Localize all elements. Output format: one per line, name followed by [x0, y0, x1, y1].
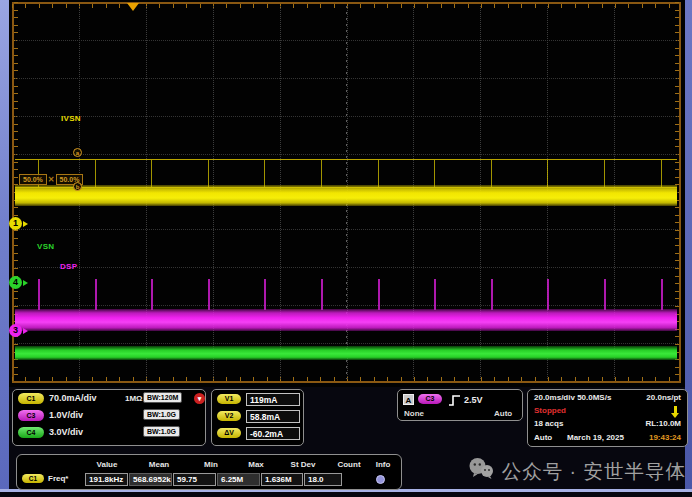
trace-label-vsn: VSN	[37, 242, 54, 251]
run-mode: Auto	[534, 433, 552, 442]
c1-spike	[264, 160, 265, 187]
meas-stdev: 1.636M	[261, 473, 303, 486]
c1-spike	[321, 160, 322, 187]
channel-4-marker-label: 4	[9, 276, 22, 289]
c1-spike	[378, 160, 379, 187]
c1-spike	[661, 160, 662, 187]
meas-count: 18.0	[304, 473, 342, 486]
cursor-v1-value: 119mA	[246, 393, 300, 406]
c1-scale: 70.0mA/div	[49, 393, 97, 403]
meas-max: 6.25M	[217, 473, 260, 486]
watermark-text: 公众号 · 安世半导体	[502, 458, 686, 485]
c4-bandwidth-button[interactable]: BW:1.0G	[143, 426, 180, 437]
col-header-count: Count	[337, 460, 360, 469]
channel-settings-box[interactable]: C1 70.0mA/div 1MΩ BW:120M ▾ C3 1.0V/div …	[12, 389, 206, 446]
single-seq-icon	[671, 406, 679, 418]
trigger-box[interactable]: A C3 2.5V None Auto	[397, 389, 523, 421]
c3-spike	[491, 279, 493, 310]
trigger-position-icon[interactable]	[127, 3, 139, 11]
meas-row-name[interactable]: Freq*	[48, 474, 68, 483]
channel-c3-badge[interactable]: C3	[18, 410, 44, 421]
cursor-v2-badge: V2	[217, 411, 241, 421]
rising-edge-icon	[448, 393, 461, 411]
c3-spike	[661, 279, 663, 310]
acquisition-count: 18 acqs	[534, 419, 563, 428]
c1-spike	[604, 160, 605, 187]
channel-3-marker-arrow-icon	[23, 328, 28, 334]
cursor-dv-badge: ΔV	[217, 428, 241, 438]
graticule-frame-bottom	[12, 381, 681, 383]
bezel-left-bar	[0, 0, 9, 491]
meas-value: 191.8kHz	[85, 473, 128, 486]
c3-spike	[547, 279, 549, 310]
clock: 19:43:24	[649, 433, 681, 442]
c1-spike	[95, 160, 96, 187]
c3-spike	[434, 279, 436, 310]
c1-spike	[208, 160, 209, 187]
c3-spike	[151, 279, 153, 310]
col-header-stdev: St Dev	[291, 460, 316, 469]
channel-4-marker-arrow-icon	[23, 280, 28, 286]
channel-4-marker[interactable]: 4	[9, 276, 28, 289]
cursor-dv-value: -60.2mA	[246, 427, 300, 440]
c1-spike	[491, 160, 492, 187]
cursor-crossover-icon: ✕	[48, 175, 55, 184]
trigger-system-badge: A	[403, 394, 414, 405]
c4-scale: 3.0V/div	[49, 427, 83, 437]
c3-spike	[378, 279, 380, 310]
meas-min: 59.75	[173, 473, 216, 486]
measurement-table[interactable]: Value Mean Min Max St Dev Count Info C1 …	[16, 454, 402, 490]
c1-spike	[547, 160, 548, 187]
sample-resolution: 20.0ns/pt	[646, 393, 681, 402]
cursor-a-line[interactable]	[15, 159, 677, 160]
horizontal-scale: 20.0ms/div 50.0MS/s	[534, 393, 611, 402]
wechat-icon	[468, 457, 495, 485]
acquisition-status: Stopped	[534, 406, 566, 415]
col-header-mean: Mean	[149, 460, 169, 469]
trigger-holdoff: None	[404, 409, 424, 418]
watermark: 公众号 · 安世半导体	[468, 452, 686, 490]
trace-c1-ivsn	[15, 185, 677, 206]
trace-c4-vsn	[15, 346, 677, 360]
c3-spike	[264, 279, 266, 310]
cursor-a-handle[interactable]: a	[73, 148, 82, 157]
col-header-value: Value	[97, 460, 118, 469]
col-header-min: Min	[204, 460, 218, 469]
c1-spike	[151, 160, 152, 187]
cursor-v2-value: 58.8mA	[246, 410, 300, 423]
channel-3-marker-label: 3	[9, 324, 22, 337]
graticule-frame-right	[679, 2, 681, 383]
trace-label-ivsn: IVSN	[61, 114, 81, 123]
c3-bandwidth-button[interactable]: BW:1.0G	[143, 409, 180, 420]
trigger-mode: Auto	[494, 409, 512, 418]
c3-spike	[95, 279, 97, 310]
cursor-b-handle[interactable]: b	[73, 182, 82, 191]
date: March 19, 2025	[567, 433, 624, 442]
waveform-display: IVSN VSN DSP 50.0% ✕ 50.0% a b 1 4 3	[9, 0, 685, 387]
cursor-readout-box[interactable]: V1 119mA V2 58.8mA ΔV -60.2mA	[211, 389, 304, 446]
channel-c4-badge[interactable]: C4	[18, 427, 44, 438]
c1-termination: 1MΩ	[125, 394, 143, 403]
c1-clipping-icon: ▾	[194, 393, 205, 404]
channel-3-marker[interactable]: 3	[9, 324, 28, 337]
meas-mean: 568.6952k	[129, 473, 172, 486]
c3-scale: 1.0V/div	[49, 410, 83, 420]
cursor-a-percent: 50.0%	[19, 174, 47, 185]
c1-bandwidth-button[interactable]: BW:120M	[143, 392, 182, 403]
channel-1-marker-label: 1	[9, 217, 22, 230]
oscilloscope-screen: IVSN VSN DSP 50.0% ✕ 50.0% a b 1 4 3 C1 …	[0, 0, 692, 497]
trace-label-dsp: DSP	[60, 262, 77, 271]
channel-c1-badge[interactable]: C1	[18, 393, 44, 404]
c3-spike	[321, 279, 323, 310]
trigger-level: 2.5V	[464, 395, 483, 405]
horizontal-box[interactable]: 20.0ms/div 50.0MS/s 20.0ns/pt Stopped 18…	[527, 389, 688, 447]
info-icon[interactable]	[376, 475, 385, 484]
cursor-v1-badge: V1	[217, 394, 241, 404]
c3-spike	[604, 279, 606, 310]
record-length: RL:10.0M	[645, 419, 681, 428]
channel-1-marker[interactable]: 1	[9, 217, 28, 230]
c1-spike	[434, 160, 435, 187]
meas-row-badge[interactable]: C1	[22, 474, 44, 483]
c3-spike	[208, 279, 210, 310]
trigger-source-badge[interactable]: C3	[418, 394, 442, 404]
